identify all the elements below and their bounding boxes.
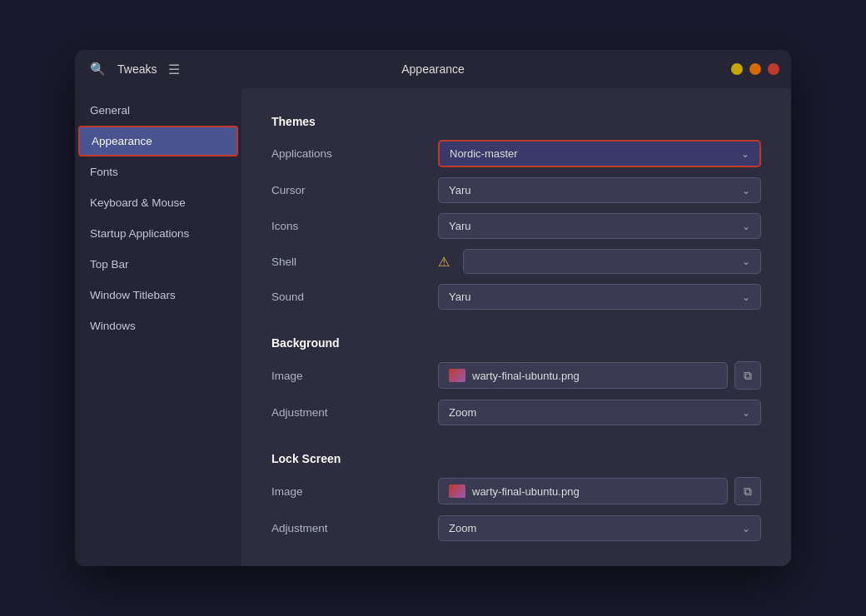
sidebar-item-keyboard-mouse[interactable]: Keyboard & Mouse xyxy=(75,187,241,218)
background-section-gap xyxy=(271,326,761,333)
sound-row: Sound Yaru ⌄ xyxy=(271,284,761,310)
background-adjustment-dropdown[interactable]: Zoom ⌄ xyxy=(438,400,761,425)
page-title: Appearance xyxy=(401,62,465,76)
background-image-copy-button[interactable]: ⧉ xyxy=(734,361,761,390)
lock-screen-adjustment-dropdown[interactable]: Zoom ⌄ xyxy=(438,515,761,541)
background-adjustment-control: Zoom ⌄ xyxy=(438,400,761,425)
background-adjustment-chevron-icon: ⌄ xyxy=(742,407,750,419)
sidebar-item-windows[interactable]: Windows xyxy=(75,310,241,341)
cursor-dropdown[interactable]: Yaru ⌄ xyxy=(438,177,761,203)
lock-screen-section-title: Lock Screen xyxy=(271,452,761,465)
lock-screen-adjustment-chevron-icon: ⌄ xyxy=(742,523,750,534)
icons-chevron-icon: ⌄ xyxy=(742,221,750,232)
cursor-row: Cursor Yaru ⌄ xyxy=(271,177,761,203)
main-window: 🔍 Tweaks ☰ Appearance General Appearance… xyxy=(75,50,791,566)
minimize-button[interactable] xyxy=(731,63,743,75)
cursor-control: Yaru ⌄ xyxy=(438,177,761,203)
lock-screen-image-filename: warty-final-ubuntu.png xyxy=(472,485,580,498)
content-area: General Appearance Fonts Keyboard & Mous… xyxy=(75,88,791,566)
applications-value: Nordic-master xyxy=(450,147,518,160)
shell-row: Shell ⚠ ⌄ xyxy=(271,249,761,274)
icons-control: Yaru ⌄ xyxy=(438,213,761,239)
lock-screen-adjustment-control: Zoom ⌄ xyxy=(438,515,761,541)
shell-control: ⚠ ⌄ xyxy=(438,249,761,274)
shell-label: Shell xyxy=(271,256,438,268)
sidebar-item-general[interactable]: General xyxy=(75,95,241,126)
cursor-value: Yaru xyxy=(449,184,471,196)
sound-dropdown[interactable]: Yaru ⌄ xyxy=(438,284,761,310)
background-image-thumbnail xyxy=(449,369,465,382)
titlebar-left: 🔍 Tweaks ☰ xyxy=(87,58,183,81)
sidebar: General Appearance Fonts Keyboard & Mous… xyxy=(75,88,241,566)
icons-value: Yaru xyxy=(449,220,471,232)
background-adjustment-row: Adjustment Zoom ⌄ xyxy=(271,400,761,425)
icons-label: Icons xyxy=(271,220,438,232)
sidebar-item-window-titlebars[interactable]: Window Titlebars xyxy=(75,280,241,310)
shell-chevron-icon: ⌄ xyxy=(742,256,750,267)
icons-row: Icons Yaru ⌄ xyxy=(271,213,761,239)
lock-screen-image-thumbnail xyxy=(449,484,465,498)
cursor-chevron-icon: ⌄ xyxy=(742,185,750,196)
lock-screen-image-control: warty-final-ubuntu.png ⧉ xyxy=(438,477,761,505)
maximize-button[interactable] xyxy=(749,63,761,75)
sidebar-item-startup-applications[interactable]: Startup Applications xyxy=(75,218,241,249)
titlebar-title: Appearance xyxy=(401,62,465,76)
app-name: Tweaks xyxy=(117,62,157,76)
main-content: Themes Applications Nordic-master ⌄ Curs… xyxy=(241,88,791,566)
search-icon[interactable]: 🔍 xyxy=(87,58,109,80)
close-button[interactable] xyxy=(768,63,779,75)
background-section-title: Background xyxy=(271,336,761,350)
sound-value: Yaru xyxy=(449,291,471,303)
applications-chevron-icon: ⌄ xyxy=(741,148,749,160)
icons-dropdown[interactable]: Yaru ⌄ xyxy=(438,213,761,239)
window-controls xyxy=(731,63,779,75)
applications-row: Applications Nordic-master ⌄ xyxy=(271,140,761,167)
sidebar-item-appearance[interactable]: Appearance xyxy=(78,126,238,156)
warning-icon: ⚠ xyxy=(438,254,450,270)
lock-screen-image-row: Image warty-final-ubuntu.png ⧉ xyxy=(271,477,761,505)
background-adjustment-value: Zoom xyxy=(449,406,476,419)
lock-screen-image-copy-button[interactable]: ⧉ xyxy=(734,477,761,505)
lock-screen-image-label: Image xyxy=(271,485,438,498)
lock-screen-image-display[interactable]: warty-final-ubuntu.png xyxy=(438,478,728,504)
lock-screen-section-gap xyxy=(271,442,761,449)
background-image-row: Image warty-final-ubuntu.png ⧉ xyxy=(271,361,761,390)
background-image-filename: warty-final-ubuntu.png xyxy=(472,370,580,382)
lock-screen-adjustment-row: Adjustment Zoom ⌄ xyxy=(271,515,761,541)
shell-dropdown[interactable]: ⌄ xyxy=(463,249,761,274)
background-image-display[interactable]: warty-final-ubuntu.png xyxy=(438,362,728,389)
applications-dropdown[interactable]: Nordic-master ⌄ xyxy=(438,140,761,167)
titlebar: 🔍 Tweaks ☰ Appearance xyxy=(75,50,791,88)
sound-chevron-icon: ⌄ xyxy=(742,291,750,303)
lock-screen-adjustment-value: Zoom xyxy=(449,522,476,534)
sound-label: Sound xyxy=(271,291,438,303)
cursor-label: Cursor xyxy=(271,184,438,196)
background-image-control: warty-final-ubuntu.png ⧉ xyxy=(438,361,761,390)
themes-section-title: Themes xyxy=(271,115,761,128)
applications-label: Applications xyxy=(271,147,438,160)
background-image-label: Image xyxy=(271,370,438,382)
lock-screen-adjustment-label: Adjustment xyxy=(271,522,438,534)
sound-control: Yaru ⌄ xyxy=(438,284,761,310)
applications-control: Nordic-master ⌄ xyxy=(438,140,761,167)
sidebar-item-fonts[interactable]: Fonts xyxy=(75,156,241,187)
background-adjustment-label: Adjustment xyxy=(271,406,438,419)
menu-icon[interactable]: ☰ xyxy=(165,58,183,81)
sidebar-item-top-bar[interactable]: Top Bar xyxy=(75,249,241,280)
